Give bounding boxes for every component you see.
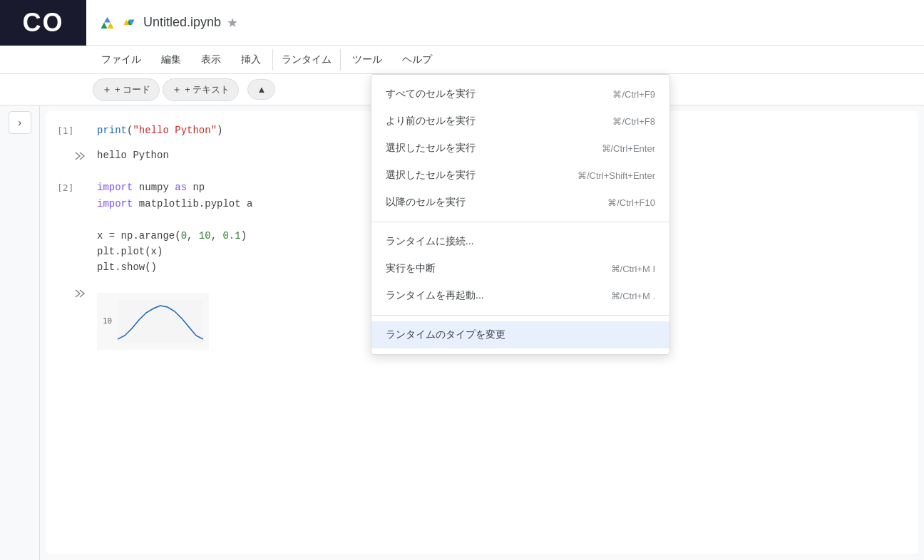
menu-view[interactable]: 表示 xyxy=(192,49,230,71)
dropdown-run-selected-advance[interactable]: 選択したセルを実行 ⌘/Ctrl+Shift+Enter xyxy=(371,162,669,189)
code-string-hello: "hello Python" xyxy=(133,125,217,136)
code-paren-close: ) xyxy=(217,125,222,136)
plot-label: 10 xyxy=(103,316,112,326)
restart-label: ランタイムを再起動... xyxy=(386,289,484,302)
restart-shortcut: ⌘/Ctrl+M . xyxy=(611,291,655,301)
menu-runtime[interactable]: ランタイム xyxy=(272,48,341,72)
menu-edit[interactable]: 編集 xyxy=(153,49,190,71)
add-text-button[interactable]: ＋ + テキスト xyxy=(163,78,239,101)
run-all-label: すべてのセルを実行 xyxy=(386,88,476,100)
plus-text-icon: ＋ xyxy=(172,83,182,96)
change-type-label: ランタイムのタイプを変更 xyxy=(386,328,505,341)
code-btn-label: + コード xyxy=(115,83,150,96)
dropdown-run-after[interactable]: 以降のセルを実行 ⌘/Ctrl+F10 xyxy=(371,189,669,216)
run-all-shortcut: ⌘/Ctrl+F9 xyxy=(612,89,655,100)
plot-area: 10 xyxy=(97,293,209,350)
dropdown-restart[interactable]: ランタイムを再起動... ⌘/Ctrl+M . xyxy=(371,282,669,309)
as-kw-1: as xyxy=(175,182,187,193)
dropdown-run-selected[interactable]: 選択したセルを実行 ⌘/Ctrl+Enter xyxy=(371,135,669,162)
menu-tools[interactable]: ツール xyxy=(344,49,391,71)
dropdown-change-type[interactable]: ランタイムのタイプを変更 xyxy=(371,321,669,348)
dropdown-connect-runtime[interactable]: ランタイムに接続... xyxy=(371,228,669,255)
menu-help[interactable]: ヘルプ xyxy=(394,49,441,71)
arrow-right-icon: › xyxy=(18,117,21,128)
run-selected-advance-shortcut: ⌘/Ctrl+Shift+Enter xyxy=(578,170,655,181)
upload-icon: ▲ xyxy=(257,84,266,95)
cell-2-num: [2] xyxy=(57,180,86,193)
interrupt-shortcut: ⌘/Ctrl+M I xyxy=(611,264,655,274)
sidebar: › xyxy=(0,105,40,560)
dropdown-run-before[interactable]: より前のセルを実行 ⌘/Ctrl+F8 xyxy=(371,108,669,135)
plus-code-icon: ＋ xyxy=(102,83,112,96)
dropdown-run-all[interactable]: すべてのセルを実行 ⌘/Ctrl+F9 xyxy=(371,81,669,108)
run-selected-shortcut: ⌘/Ctrl+Enter xyxy=(602,143,656,154)
menu-insert[interactable]: 挿入 xyxy=(232,49,270,71)
plot-svg xyxy=(118,300,203,343)
add-code-button[interactable]: ＋ + コード xyxy=(93,78,160,101)
notebook-title[interactable]: Untitled.ipynb xyxy=(143,15,221,30)
connect-runtime-label: ランタイムに接続... xyxy=(386,235,474,248)
drive-icon xyxy=(98,14,115,31)
dropdown-separator-2 xyxy=(371,315,669,316)
dropdown-interrupt[interactable]: 実行を中断 ⌘/Ctrl+M I xyxy=(371,255,669,282)
menubar: ファイル 編集 表示 挿入 ランタイム ツール ヘルプ xyxy=(0,46,924,74)
output-arrow-icon-2 xyxy=(57,287,86,300)
menu-file[interactable]: ファイル xyxy=(93,49,150,71)
sidebar-expand-button[interactable]: › xyxy=(9,111,31,134)
run-before-shortcut: ⌘/Ctrl+F8 xyxy=(612,116,655,127)
cell-1-num: [1] xyxy=(57,123,86,136)
output-arrow-icon xyxy=(57,150,86,162)
svg-rect-1 xyxy=(118,300,203,343)
run-selected-label: 選択したセルを実行 xyxy=(386,142,476,155)
notebook-title-area: Untitled.ipynb ★ xyxy=(98,14,913,31)
run-after-shortcut: ⌘/Ctrl+F10 xyxy=(607,197,655,208)
cell-1-output-text: hello Python xyxy=(97,150,169,161)
drive-icon-full xyxy=(120,14,138,31)
import-kw-2: import xyxy=(97,198,133,209)
dropdown-separator-1 xyxy=(371,222,669,222)
text-btn-label: + テキスト xyxy=(185,83,230,96)
interrupt-label: 実行を中断 xyxy=(386,262,436,275)
runtime-dropdown-menu: すべてのセルを実行 ⌘/Ctrl+F9 より前のセルを実行 ⌘/Ctrl+F8 … xyxy=(371,74,670,355)
import-kw-1: import xyxy=(97,182,133,193)
colab-logo-text: CO xyxy=(23,8,64,38)
run-after-label: 以降のセルを実行 xyxy=(386,196,466,209)
run-before-label: より前のセルを実行 xyxy=(386,115,476,128)
header: CO Untitled.ipynb ★ xyxy=(0,0,924,46)
run-selected-advance-label: 選択したセルを実行 xyxy=(386,169,476,182)
star-icon[interactable]: ★ xyxy=(227,15,238,31)
colab-logo: CO xyxy=(0,0,86,46)
upload-button[interactable]: ▲ xyxy=(247,79,275,100)
code-print-keyword: print xyxy=(97,125,127,136)
